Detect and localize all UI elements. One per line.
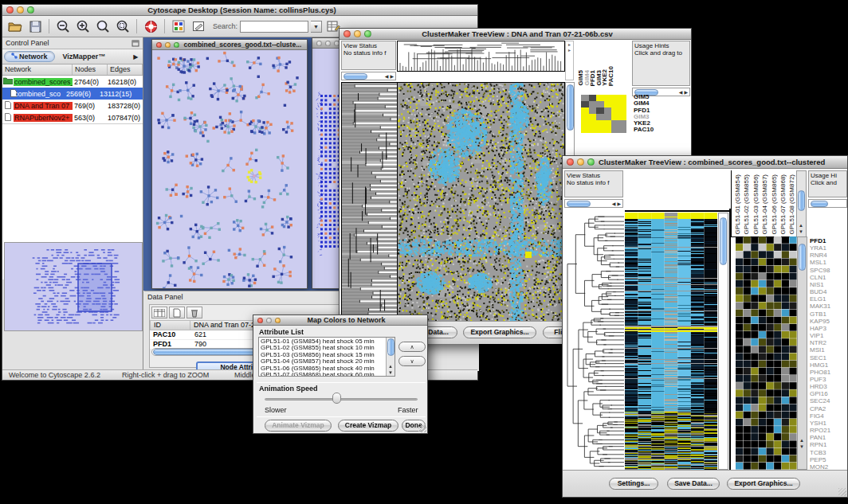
- tab-network[interactable]: Network: [4, 51, 55, 62]
- treeview1-titlebar[interactable]: ClusterMaker TreeView : DNA and Tran 07-…: [340, 29, 691, 40]
- zoom-selected-icon[interactable]: [114, 18, 132, 35]
- scrollbar-thumb[interactable]: [387, 338, 395, 356]
- delete-attribute-icon[interactable]: [186, 307, 202, 318]
- tab-overflow-icon[interactable]: ▶: [133, 53, 141, 61]
- gene-label: SEC24: [810, 397, 847, 404]
- scroll-arrows[interactable]: ▲▼: [799, 437, 804, 450]
- zoom-out-icon[interactable]: [54, 18, 72, 35]
- scroll-left-icon[interactable]: ◀: [612, 201, 616, 207]
- scroll-arrows[interactable]: ▲▼: [799, 222, 803, 235]
- dendro-hscrollbar[interactable]: ◀▶: [564, 199, 623, 208]
- global-heatmap-canvas[interactable]: [625, 213, 717, 470]
- window-controls: [2, 6, 38, 14]
- minimize-icon[interactable]: [165, 42, 171, 48]
- zoom-window-icon[interactable]: [364, 30, 371, 37]
- network-view-canvas[interactable]: [152, 50, 307, 288]
- row-dendrogram-canvas[interactable]: [341, 82, 398, 322]
- resize-grip[interactable]: [418, 424, 426, 432]
- zoom-window-icon[interactable]: [587, 158, 595, 166]
- heatmap-vscrollbar[interactable]: [718, 213, 728, 470]
- export-graphics-button[interactable]: Export Graphics...: [727, 478, 800, 490]
- move-down-button[interactable]: ∨: [398, 356, 426, 366]
- network-overview-canvas[interactable]: [5, 243, 142, 330]
- hints-hscrollbar[interactable]: [808, 199, 847, 208]
- minimize-icon[interactable]: [354, 30, 361, 37]
- scrollbar-thumb[interactable]: [567, 201, 591, 207]
- zoom-window-icon[interactable]: [27, 6, 34, 14]
- zoom-window-icon[interactable]: [275, 318, 281, 323]
- dialog-titlebar[interactable]: Map Colors to Network: [253, 315, 427, 326]
- labels-vscrollbar[interactable]: ▲▼: [796, 170, 807, 237]
- treeview2-titlebar[interactable]: ClusterMaker TreeView : combined_scores_…: [563, 156, 847, 169]
- top-dendrogram-canvas[interactable]: [397, 41, 565, 72]
- gene-label: HRD3: [810, 383, 847, 390]
- close-icon[interactable]: [6, 6, 14, 14]
- scrollbar-thumb[interactable]: [811, 201, 828, 207]
- network-row[interactable]: combined_sco2569(6)13112(15): [2, 88, 143, 100]
- settings-button[interactable]: Settings...: [609, 478, 658, 490]
- close-icon[interactable]: [257, 318, 263, 323]
- network-row[interactable]: RNAPuberNov2+563(0)107847(0): [2, 111, 143, 123]
- animate-vizmap-button[interactable]: Animate Vizmap: [265, 420, 332, 432]
- vizmapper-icon[interactable]: [170, 18, 187, 35]
- close-icon[interactable]: [344, 30, 351, 37]
- gene-label-list[interactable]: PFD1YRA1RNR4MSL1SPC98CLN1NIS1BUD4ELG1MAK…: [810, 237, 847, 471]
- select-attributes-icon[interactable]: [151, 307, 167, 318]
- network-window-1[interactable]: combined_scores_good.txt--cluste...: [151, 39, 308, 289]
- create-vizmap-button[interactable]: Create Vizmap: [338, 420, 398, 432]
- minimize-icon[interactable]: [577, 158, 584, 166]
- scrollbar-thumb[interactable]: [567, 84, 574, 131]
- export-graphics-button[interactable]: Export Graphics...: [463, 326, 536, 338]
- scroll-right-icon[interactable]: ▶: [684, 89, 688, 96]
- tab-vizmapper[interactable]: VizMapper™: [56, 51, 113, 62]
- scrollbar-thumb[interactable]: [344, 73, 367, 80]
- scroll-left-icon[interactable]: ◀: [385, 73, 389, 80]
- animation-speed-slider[interactable]: [265, 398, 418, 400]
- scroll-right-icon[interactable]: ▶: [617, 201, 621, 207]
- attribute-list-scrollbar[interactable]: ▲▼: [386, 338, 395, 376]
- slider-thumb[interactable]: [332, 393, 341, 404]
- zoom-fit-icon[interactable]: [94, 18, 112, 35]
- main-titlebar[interactable]: Cytoscape Desktop (Session Name: collins…: [2, 5, 477, 16]
- zoom-heatmap-canvas[interactable]: [736, 236, 797, 470]
- close-icon[interactable]: [156, 42, 162, 48]
- column-id[interactable]: ID: [151, 321, 190, 330]
- dendro-corner-strip[interactable]: ▸▸: [565, 41, 574, 80]
- minimize-icon[interactable]: [17, 6, 24, 14]
- open-session-icon[interactable]: [6, 18, 24, 35]
- network-row[interactable]: DNA and Tran 07769(0)183728(0): [2, 100, 143, 111]
- minimize-icon[interactable]: [266, 318, 272, 323]
- close-icon[interactable]: [567, 158, 574, 166]
- save-data-button[interactable]: Save Data...: [667, 478, 720, 490]
- scrollbar-thumb[interactable]: [720, 217, 727, 265]
- close-icon[interactable]: [316, 41, 322, 46]
- network-row[interactable]: combined_scores_2764(0)16218(0): [2, 76, 143, 88]
- save-session-icon[interactable]: [26, 18, 44, 35]
- float-panel-icon[interactable]: [132, 40, 139, 47]
- new-attribute-icon[interactable]: [169, 307, 185, 318]
- scroll-arrows[interactable]: ▲▼: [388, 363, 393, 376]
- search-input[interactable]: [240, 21, 308, 33]
- help-lifering-icon[interactable]: [142, 18, 159, 35]
- scroll-left-icon[interactable]: ◀: [679, 89, 683, 96]
- zoom-window-icon[interactable]: [174, 42, 179, 48]
- scrollbar-thumb[interactable]: [799, 244, 806, 271]
- zoom-in-icon[interactable]: [74, 18, 92, 35]
- minimize-icon[interactable]: [325, 41, 331, 46]
- attribute-item[interactable]: GPL51-07 (GSM868) heat shock 60 min: [259, 372, 395, 377]
- resize-grip[interactable]: [838, 488, 846, 496]
- network-window-1-titlebar[interactable]: combined_scores_good.txt--cluste...: [152, 40, 307, 50]
- matrix-column-labels: GIM5GIM4PFD1GIM3YKE2PAC10: [575, 40, 630, 88]
- scrollbar-thumb[interactable]: [798, 190, 805, 211]
- heatmap-canvas[interactable]: [397, 82, 565, 322]
- cluster-matrix[interactable]: [581, 95, 627, 133]
- zoom-vscrollbar[interactable]: ▲▼: [797, 236, 807, 470]
- move-up-button[interactable]: ∧: [398, 342, 426, 352]
- scroll-right-icon[interactable]: ▶: [390, 73, 394, 80]
- search-dropdown-icon[interactable]: ▼: [311, 21, 322, 33]
- dendro-hscrollbar[interactable]: ◀▶: [341, 72, 396, 80]
- network-overview-panel[interactable]: [4, 242, 143, 331]
- gene-dendrogram-canvas[interactable]: [564, 213, 624, 470]
- annotation-icon[interactable]: [190, 18, 207, 35]
- attribute-list[interactable]: GPL51-01 (GSM854) heat shock 05 minGPL51…: [258, 337, 395, 377]
